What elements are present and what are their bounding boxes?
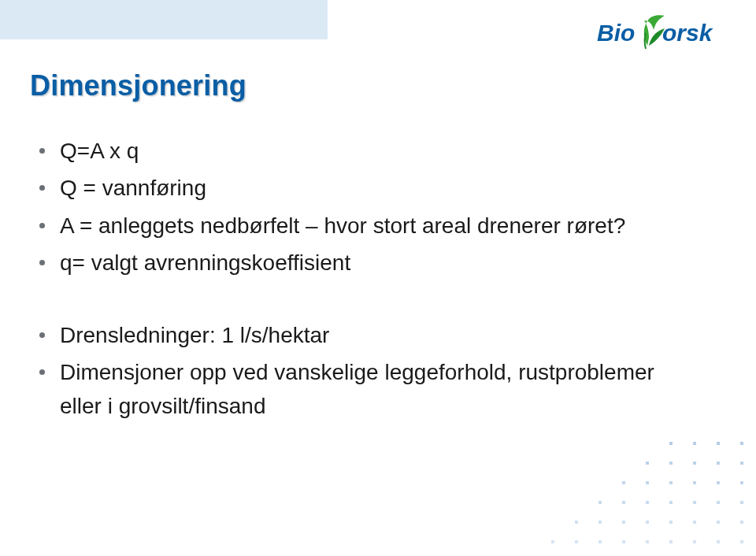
list-item: q= valgt avrenningskoeffisient (36, 246, 682, 280)
svg-rect-27 (646, 481, 649, 484)
content-area: Q=A x q Q = vannføring A = anleggets ned… (36, 134, 682, 427)
svg-rect-5 (622, 540, 625, 543)
top-accent-bar (0, 0, 328, 39)
svg-rect-11 (575, 521, 578, 524)
svg-rect-37 (669, 442, 673, 445)
bullet-list-1: Q=A x q Q = vannføring A = anleggets ned… (36, 134, 682, 280)
svg-rect-2 (551, 540, 554, 543)
page-title: Dimensjonering (30, 69, 246, 102)
svg-rect-39 (717, 442, 720, 445)
svg-rect-34 (693, 461, 696, 465)
svg-rect-12 (598, 521, 602, 524)
svg-rect-26 (622, 481, 625, 484)
corner-dot-pattern (520, 438, 756, 556)
svg-rect-36 (740, 461, 743, 465)
bullet-list-2: Drensledninger: 1 l/s/hektar Dimensjoner… (36, 318, 682, 424)
list-item: Q=A x q (36, 134, 682, 168)
list-item: A = anleggets nedbørfelt – hvor stort ar… (36, 209, 682, 243)
svg-rect-30 (717, 481, 720, 484)
bullet-text: Drensledninger: 1 l/s/hektar (60, 323, 329, 347)
svg-rect-24 (717, 501, 720, 504)
svg-rect-22 (669, 501, 673, 504)
svg-rect-40 (740, 442, 743, 445)
svg-rect-32 (646, 461, 649, 465)
list-item: Dimensjoner opp ved vanskelige leggeforh… (36, 355, 682, 424)
svg-rect-8 (693, 540, 696, 543)
svg-rect-9 (717, 540, 720, 543)
svg-rect-38 (693, 442, 696, 445)
svg-rect-33 (669, 461, 673, 465)
bioforsk-logo: Bio orsk (595, 14, 736, 55)
svg-rect-35 (717, 461, 720, 465)
svg-rect-4 (598, 540, 602, 543)
svg-rect-15 (669, 521, 673, 524)
svg-rect-17 (717, 521, 720, 524)
svg-rect-13 (622, 521, 625, 524)
list-item: Q = vannføring (36, 171, 682, 205)
svg-rect-20 (622, 501, 625, 504)
list-item: Drensledninger: 1 l/s/hektar (36, 318, 682, 352)
svg-rect-16 (693, 521, 696, 524)
svg-rect-3 (575, 540, 578, 543)
svg-rect-19 (598, 501, 602, 504)
svg-text:Bio: Bio (597, 20, 635, 46)
svg-rect-14 (646, 521, 649, 524)
svg-rect-21 (646, 501, 649, 504)
svg-text:orsk: orsk (662, 20, 713, 46)
svg-rect-29 (693, 481, 696, 484)
svg-rect-23 (693, 501, 696, 504)
svg-rect-7 (669, 540, 673, 543)
bullet-text: Q = vannføring (60, 176, 206, 200)
svg-rect-6 (646, 540, 649, 543)
bullet-text: q= valgt avrenningskoeffisient (60, 250, 350, 275)
svg-rect-18 (740, 521, 743, 524)
svg-rect-25 (740, 501, 743, 504)
svg-rect-10 (740, 540, 743, 543)
bullet-text: Q=A x q (60, 139, 139, 163)
bullet-text: Dimensjoner opp ved vanskelige leggeforh… (60, 360, 654, 418)
svg-rect-31 (740, 481, 743, 484)
bullet-text: A = anleggets nedbørfelt – hvor stort ar… (60, 213, 625, 238)
svg-rect-28 (669, 481, 673, 484)
